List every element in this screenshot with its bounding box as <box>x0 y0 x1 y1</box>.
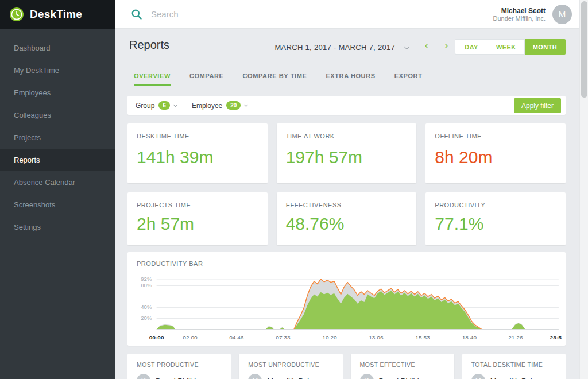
leader-avatar: M <box>248 374 262 379</box>
logo[interactable]: DeskTime <box>0 0 115 29</box>
group-count-badge: 6 <box>158 101 170 110</box>
productivity-bar-card: PRODUCTIVITY BAR 92%80%40%20%00:0002:000… <box>127 252 566 346</box>
leader-row: D Darryl Philbin <box>137 374 222 379</box>
range-button-month[interactable]: MONTH <box>525 39 566 55</box>
leader-card-most-unproductive: MOST UNPRODUCTIVE M Meredith Palmer <box>239 354 342 379</box>
svg-text:80%: 80% <box>141 283 152 289</box>
logo-text: DeskTime <box>30 8 82 21</box>
desktime-clock-icon <box>9 7 24 22</box>
stat-card-time-at-work: TIME AT WORK 197h 57m <box>277 123 417 183</box>
svg-text:00:00: 00:00 <box>149 335 164 341</box>
range-button-day[interactable]: DAY <box>455 39 488 55</box>
svg-text:40%: 40% <box>141 305 152 311</box>
page-title: Reports <box>129 38 169 52</box>
sidebar-item-label: Reports <box>14 156 40 164</box>
search-input[interactable] <box>151 9 335 19</box>
prev-period-arrow[interactable]: ‹ <box>420 38 434 51</box>
apply-filter-button[interactable]: Apply filter <box>514 98 561 113</box>
tab-overview[interactable]: OVERVIEW <box>134 72 171 86</box>
sidebar-item-dashboard[interactable]: Dashboard <box>0 37 115 59</box>
stat-label: EFFECTIVENESS <box>286 202 408 208</box>
stat-label: DESKTIME TIME <box>137 133 258 140</box>
sidebar-item-label: Colleagues <box>14 111 51 119</box>
sidebar-item-label: Absence Calendar <box>14 178 75 187</box>
sidebar-item-label: Employees <box>14 88 51 97</box>
next-period-arrow[interactable]: › <box>439 38 453 51</box>
stat-label: TIME AT WORK <box>286 133 408 140</box>
scrollbar-thumb[interactable] <box>581 1 587 98</box>
leader-row: M Meredith Palmer <box>248 374 333 379</box>
svg-text:92%: 92% <box>141 276 152 282</box>
group-filter-label: Group <box>136 102 154 110</box>
stat-card-projects-time: PROJECTS TIME 2h 57m <box>127 192 268 245</box>
chart-title: PRODUCTIVITY BAR <box>137 260 203 267</box>
leader-label: MOST EFFECTIVE <box>360 361 445 368</box>
search-bar <box>115 9 493 20</box>
stat-value: 48.76% <box>286 214 408 234</box>
user-company: Dunder Mifflin, Inc. <box>493 15 546 22</box>
stat-label: OFFLINE TIME <box>435 133 556 140</box>
user-block: Michael Scott Dunder Mifflin, Inc. <box>493 7 546 22</box>
topbar: Michael Scott Dunder Mifflin, Inc. M <box>115 0 588 29</box>
stat-card-productivity: PRODUCTIVITY 77.1% <box>425 192 566 245</box>
stat-value: 77.1% <box>435 214 556 234</box>
range-button-week[interactable]: WEEK <box>488 39 525 55</box>
sidebar-item-settings[interactable]: Settings <box>0 216 115 238</box>
search-icon[interactable] <box>131 9 142 20</box>
report-tabs: OVERVIEW COMPARE COMPARE BY TIME EXTRA H… <box>134 72 423 86</box>
svg-text:07:33: 07:33 <box>276 335 291 341</box>
svg-text:21:26: 21:26 <box>508 335 523 341</box>
leader-label: MOST PRODUCTIVE <box>137 361 222 368</box>
stats-grid: DESKTIME TIME 141h 39m TIME AT WORK 197h… <box>127 123 566 245</box>
leader-avatar: M <box>471 374 485 379</box>
sidebar-menu: Dashboard My DeskTime Employees Colleagu… <box>0 29 115 238</box>
stat-label: PRODUCTIVITY <box>435 202 556 208</box>
svg-text:04:46: 04:46 <box>229 335 244 341</box>
tab-export[interactable]: EXPORT <box>394 72 423 86</box>
sidebar-item-colleagues[interactable]: Colleagues <box>0 104 115 126</box>
leader-name[interactable]: Darryl Philbin <box>379 377 423 379</box>
filter-bar: Group 6 Employee 20 Apply filter <box>127 96 566 115</box>
sidebar-item-projects[interactable]: Projects <box>0 126 115 149</box>
chevron-down-icon <box>404 44 409 50</box>
sidebar-item-label: Settings <box>14 223 41 231</box>
sidebar-item-my-desktime[interactable]: My DeskTime <box>0 59 115 82</box>
leader-row: D Darryl Philbin <box>360 374 445 379</box>
stat-card-desktime-time: DESKTIME TIME 141h 39m <box>127 123 268 183</box>
leader-name[interactable]: Darryl Philbin <box>156 377 200 379</box>
sidebar-item-employees[interactable]: Employees <box>0 82 115 104</box>
leader-row: M Meredith Palmer <box>471 374 556 379</box>
leader-avatar: D <box>360 374 374 379</box>
sidebar-item-absence-calendar[interactable]: Absence Calendar <box>0 171 115 194</box>
sidebar: DeskTime Dashboard My DeskTime Employees… <box>0 0 115 379</box>
tab-compare-by-time[interactable]: COMPARE BY TIME <box>243 72 307 86</box>
user-name: Michael Scott <box>493 7 546 15</box>
scrollbar[interactable] <box>579 0 588 379</box>
sidebar-item-label: Screenshots <box>14 200 55 209</box>
date-range-selector[interactable]: MARCH 1, 2017 - MARCH 7, 2017 <box>264 42 419 52</box>
leader-name[interactable]: Meredith Palmer <box>267 377 322 379</box>
sidebar-item-label: My DeskTime <box>14 66 59 75</box>
tab-extra-hours[interactable]: EXTRA HOURS <box>326 72 375 86</box>
date-range-text: MARCH 1, 2017 - MARCH 7, 2017 <box>274 43 395 52</box>
leader-name[interactable]: Meredith Palmer <box>490 377 545 379</box>
stat-value: 8h 20m <box>435 148 556 167</box>
sidebar-item-screenshots[interactable]: Screenshots <box>0 194 115 216</box>
leaders-row: MOST PRODUCTIVE D Darryl Philbin MOST UN… <box>127 354 566 379</box>
group-filter-dropdown[interactable]: Group 6 <box>136 101 177 110</box>
sidebar-item-label: Projects <box>14 133 41 142</box>
svg-text:13:06: 13:06 <box>369 335 384 341</box>
leader-label: TOTAL DESKTIME TIME <box>471 361 556 368</box>
user-avatar[interactable]: M <box>552 5 572 24</box>
leader-label: MOST UNPRODUCTIVE <box>248 361 333 368</box>
tab-compare[interactable]: COMPARE <box>189 72 224 86</box>
stat-card-offline-time: OFFLINE TIME 8h 20m <box>425 123 566 183</box>
sidebar-item-reports[interactable]: Reports <box>0 149 115 171</box>
leader-card-total-desktime-time: TOTAL DESKTIME TIME M Meredith Palmer <box>462 354 566 379</box>
leader-card-most-productive: MOST PRODUCTIVE D Darryl Philbin <box>127 354 231 379</box>
svg-text:02:00: 02:00 <box>183 335 198 341</box>
svg-text:18:40: 18:40 <box>462 335 477 341</box>
stat-label: PROJECTS TIME <box>137 202 258 208</box>
stat-card-effectiveness: EFFECTIVENESS 48.76% <box>277 192 417 245</box>
employee-filter-dropdown[interactable]: Employee 20 <box>192 101 248 110</box>
